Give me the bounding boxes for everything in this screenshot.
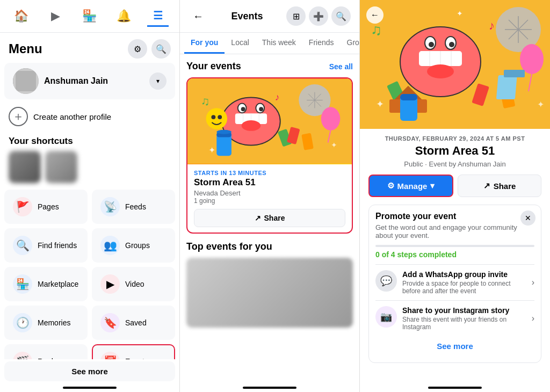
menu-item-reels[interactable]: 🎬 Reels xyxy=(4,344,88,359)
menu-item-find-friends[interactable]: 🔍 Find friends xyxy=(4,228,88,263)
video-label: Video xyxy=(125,280,144,288)
find-friends-icon: 🔍 xyxy=(13,236,32,255)
manage-chevron: ▾ xyxy=(430,181,435,191)
step-whatsapp[interactable]: 💬 Add a WhatsApp group invite Provide a … xyxy=(375,264,534,300)
share-button[interactable]: ↗ Share xyxy=(194,209,345,227)
share-label: Share xyxy=(264,214,285,222)
nav-bell-icon[interactable]: 🔔 xyxy=(113,5,135,27)
svg-point-18 xyxy=(259,107,263,111)
see-more-button[interactable]: See more xyxy=(4,361,175,381)
groups-label: Groups xyxy=(125,241,150,250)
events-search-icon[interactable]: 🔍 xyxy=(331,6,351,26)
svg-point-33 xyxy=(218,115,222,119)
svg-rect-67 xyxy=(504,70,525,77)
tab-friends[interactable]: Friends xyxy=(302,33,341,54)
settings-button[interactable]: ⚙ xyxy=(128,39,147,59)
menu-item-events[interactable]: 📅 Events xyxy=(92,344,175,359)
event-detail-meta: Public · Event by Anshuman Jain xyxy=(368,160,541,168)
saved-label: Saved xyxy=(125,318,147,327)
events-panel: ← Events ⊞ ➕ 🔍 For you Local This week F… xyxy=(180,0,360,392)
tab-local[interactable]: Local xyxy=(225,33,255,54)
share-icon: ↗ xyxy=(255,214,261,222)
search-button[interactable]: 🔍 xyxy=(151,39,171,59)
menu-item-pages[interactable]: 🚩 Pages xyxy=(4,190,88,224)
menu-item-feeds[interactable]: 📡 Feeds xyxy=(92,190,175,224)
progress-bar-bg xyxy=(375,245,534,247)
event-detail-name: Storm Area 51 xyxy=(368,144,541,158)
feeds-label: Feeds xyxy=(125,202,146,211)
svg-point-17 xyxy=(241,107,245,111)
avatar xyxy=(13,68,39,94)
back-button[interactable]: ← xyxy=(189,6,208,26)
detail-share-button[interactable]: ↗ Share xyxy=(458,175,541,197)
nav-home-icon[interactable]: 🏠 xyxy=(11,5,32,27)
memories-label: Memories xyxy=(38,318,70,327)
menu-item-memories[interactable]: 🕐 Memories xyxy=(4,306,88,340)
promote-card: ✕ Promote your event Get the word out an… xyxy=(368,205,541,363)
your-events-header: Your events See all xyxy=(186,61,353,72)
svg-point-29 xyxy=(321,107,341,130)
step-chevron-instagram: › xyxy=(532,314,534,323)
memories-icon: 🕐 xyxy=(13,313,32,332)
step-instagram[interactable]: 📷 Share to your Instagram story Share th… xyxy=(375,300,534,336)
shortcut-1[interactable] xyxy=(9,151,41,183)
create-profile-label: Create another profile xyxy=(33,112,111,121)
event-image-bg: ♫ ♪ ✦ ✦ xyxy=(187,78,352,164)
event-card-info: STARTS IN 13 MINUTES Storm Area 51 Nevad… xyxy=(187,164,352,233)
reels-label: Reels xyxy=(38,357,57,359)
shortcuts-row xyxy=(0,149,179,185)
video-icon: ▶ xyxy=(100,274,120,294)
menu-item-video[interactable]: ▶ Video xyxy=(92,267,175,301)
top-event-image[interactable] xyxy=(186,258,353,328)
event-name: Storm Area 51 xyxy=(194,177,345,188)
promote-title: Promote your event xyxy=(375,212,534,221)
shortcut-2[interactable] xyxy=(45,151,77,183)
svg-rect-1 xyxy=(16,71,36,91)
tab-for-you[interactable]: For you xyxy=(184,33,225,54)
close-promote-button[interactable]: ✕ xyxy=(520,210,535,226)
menu-item-saved[interactable]: 🔖 Saved xyxy=(92,306,175,340)
events-header: ← Events ⊞ ➕ 🔍 xyxy=(180,0,359,33)
calendar-grid-icon[interactable]: ⊞ xyxy=(286,6,306,26)
see-more-promote-button[interactable]: See more xyxy=(375,336,534,356)
menu-item-groups[interactable]: 👥 Groups xyxy=(92,228,175,263)
step-instagram-desc: Share this event with your friends on In… xyxy=(402,316,526,331)
nav-menu-icon[interactable]: ☰ xyxy=(147,5,169,27)
step-whatsapp-title: Add a WhatsApp group invite xyxy=(402,270,526,279)
marketplace-label: Marketplace xyxy=(38,280,78,288)
detail-share-label: Share xyxy=(494,182,516,191)
event-location: Nevada Desert xyxy=(194,189,345,197)
see-all-link[interactable]: See all xyxy=(329,62,353,71)
menu-title: Menu xyxy=(9,41,42,56)
add-event-icon[interactable]: ➕ xyxy=(309,6,328,26)
svg-rect-66 xyxy=(496,75,517,99)
menu-item-marketplace[interactable]: 🏪 Marketplace xyxy=(4,267,88,301)
event-detail-panel: ♫ ♪ ✦ ✦ ✦ xyxy=(360,0,550,392)
bottom-indicator-3 xyxy=(428,387,482,389)
events-header-icons: ⊞ ➕ 🔍 xyxy=(286,6,351,26)
promote-desc: Get the word out and engage your communi… xyxy=(375,223,534,239)
manage-button[interactable]: ⚙ Manage ▾ xyxy=(368,175,453,197)
pages-label: Pages xyxy=(38,202,59,211)
event-going: 1 going xyxy=(194,197,345,205)
nav-video-icon[interactable]: ▶ xyxy=(45,5,66,27)
svg-text:✦: ✦ xyxy=(376,99,384,110)
profile-chevron[interactable]: ▾ xyxy=(149,72,167,90)
reels-icon: 🎬 xyxy=(13,352,32,359)
detail-body: THURSDAY, FEBRUARY 29, 2024 AT 5 AM PST … xyxy=(360,129,550,383)
create-profile-row[interactable]: ＋ Create another profile xyxy=(0,101,179,132)
event-card[interactable]: ♫ ♪ ✦ ✦ xyxy=(186,77,353,234)
event-date-label: THURSDAY, FEBRUARY 29, 2024 AT 5 AM PST xyxy=(368,135,541,142)
detail-back-button[interactable]: ← xyxy=(366,6,383,24)
svg-point-31 xyxy=(206,108,227,129)
svg-point-32 xyxy=(211,115,215,119)
tab-groups[interactable]: Groups xyxy=(341,33,359,54)
svg-point-50 xyxy=(449,42,454,47)
nav-store-icon[interactable]: 🏪 xyxy=(79,5,100,27)
svg-text:✦: ✦ xyxy=(537,100,544,109)
profile-row[interactable]: Anshuman Jain ▾ xyxy=(4,63,175,99)
detail-share-icon: ↗ xyxy=(483,181,490,191)
tab-this-week[interactable]: This week xyxy=(256,33,302,54)
top-navigation: 🏠 ▶ 🏪 🔔 ☰ xyxy=(0,0,179,33)
detail-hero-bg: ♫ ♪ ✦ ✦ ✦ xyxy=(360,0,550,129)
